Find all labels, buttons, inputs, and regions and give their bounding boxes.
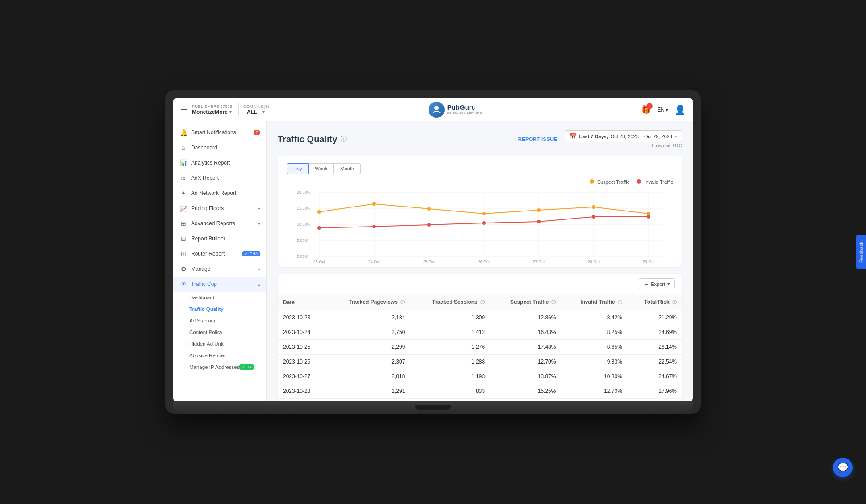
nav-left: ☰ PUBLISHERS (7995) MonetizeMore ▾ DOMAI… xyxy=(180,103,269,116)
cell-invalid: 9.83% xyxy=(561,355,627,369)
cell-sessions: 1,412 xyxy=(410,325,490,340)
chart-legend: Suspect Traffic Invalid Traffic xyxy=(287,179,673,185)
export-icon: ☁ xyxy=(644,281,649,287)
suspect-point-1 xyxy=(372,202,376,206)
report-issue-button[interactable]: REPORT ISSUE xyxy=(518,136,558,142)
domain-label: DOMAINS(6) xyxy=(243,104,269,109)
cell-pageviews: 2,307 xyxy=(326,355,411,369)
sub-adstacking-label: Ad Stacking xyxy=(189,318,216,323)
sidebar-advanced-label: Advanced Reports xyxy=(191,220,254,227)
sidebar-sub-dashboard[interactable]: Dashboard xyxy=(173,292,266,303)
sidebar-item-pricing[interactable]: 📈 Pricing Floors ▾ xyxy=(173,201,266,216)
cell-date: 2023-10-24 xyxy=(278,325,326,340)
invalid-legend: Invalid Traffic xyxy=(637,179,673,185)
cell-date: 2023-10-25 xyxy=(278,340,326,355)
sidebar-sub-trafficquality[interactable]: Traffic Quality xyxy=(173,303,266,315)
svg-text:20.00%: 20.00% xyxy=(297,190,311,194)
date-picker[interactable]: 📅 Last 7 Days, Oct 23, 2023 – Oct 29, 20… xyxy=(565,130,682,142)
laptop-base xyxy=(173,401,693,414)
publisher-selector[interactable]: PUBLISHERS (7995) MonetizeMore ▾ xyxy=(192,104,234,115)
sidebar-sub-abusiverender[interactable]: Abusive Render xyxy=(173,350,266,361)
svg-text:27 Oct: 27 Oct xyxy=(533,260,545,264)
suspect-point-0 xyxy=(317,210,321,214)
table-body: 2023-10-23 2,184 1,309 12.86% 8.42% 21.2… xyxy=(278,310,682,402)
publisher-dropdown-arrow: ▾ xyxy=(229,110,232,114)
logo-text-wrap: PubGuru BY MONETIZEMORE xyxy=(447,104,482,115)
user-icon[interactable]: 👤 xyxy=(674,104,686,115)
sidebar-sub-manageip[interactable]: Manage IP Addresses BETA xyxy=(173,361,266,373)
cell-sessions: 1,193 xyxy=(410,369,490,384)
manageip-badge: BETA xyxy=(239,364,254,370)
sidebar-pricing-label: Pricing Floors xyxy=(191,205,254,211)
publisher-value: MonetizeMore ▾ xyxy=(192,109,234,115)
suspect-point-5 xyxy=(592,205,595,209)
language-selector[interactable]: EN ▾ xyxy=(657,107,668,113)
feedback-tab[interactable]: Feedback xyxy=(857,235,866,269)
sidebar-item-analytics[interactable]: 📊 Analytics Report xyxy=(173,155,266,170)
cell-total: 24.67% xyxy=(628,369,682,384)
sub-dashboard-label: Dashboard xyxy=(189,295,214,300)
sidebar-item-router[interactable]: ⊞ Router Report ALPHA xyxy=(173,246,266,261)
sidebar-item-notifications[interactable]: 🔔 Smart Notifications 7 xyxy=(173,125,266,140)
chart-tab-week[interactable]: Week xyxy=(309,163,334,174)
domain-selector[interactable]: DOMAINS(6) --ALL-- ▾ xyxy=(243,104,269,115)
manage-icon: ⚙ xyxy=(179,265,187,273)
timezone-row: Timezone: UTC xyxy=(565,143,682,148)
col-sessions-info: ⓘ xyxy=(480,300,485,305)
cell-suspect: 17.48% xyxy=(490,340,561,355)
cell-pageviews: 1,339 xyxy=(326,399,411,402)
cell-total: 22.54% xyxy=(628,355,682,369)
sidebar-item-reportbuilder[interactable]: ⊟ Report Builder xyxy=(173,231,266,246)
invalid-point-3 xyxy=(482,221,486,225)
sidebar-sub-adstacking[interactable]: Ad Stacking xyxy=(173,315,266,326)
cell-date: 2023-10-29 xyxy=(278,399,326,402)
cell-date: 2023-10-28 xyxy=(278,384,326,399)
sidebar: 🔔 Smart Notifications 7 ⌂ Dashboard 📊 An… xyxy=(173,121,267,401)
sidebar-item-advanced[interactable]: ⊞ Advanced Reports ▾ xyxy=(173,216,266,231)
sidebar-item-manage[interactable]: ⚙ Manage ▾ xyxy=(173,261,266,277)
sidebar-manage-label: Manage xyxy=(191,266,254,272)
calendar-icon: 📅 xyxy=(570,133,577,140)
chart-tab-month[interactable]: Month xyxy=(334,163,361,174)
advanced-chevron: ▾ xyxy=(258,221,260,226)
suspect-point-4 xyxy=(537,208,541,212)
hamburger-icon[interactable]: ☰ xyxy=(180,105,187,115)
main-layout: 🔔 Smart Notifications 7 ⌂ Dashboard 📊 An… xyxy=(173,121,693,401)
analytics-icon: 📊 xyxy=(179,159,187,166)
logo: PubGuru BY MONETIZEMORE xyxy=(275,102,636,118)
help-icon[interactable]: ⓘ xyxy=(341,135,347,143)
bell-icon: 🔔 xyxy=(179,129,187,136)
chart-tab-day[interactable]: Day xyxy=(287,163,309,174)
cell-invalid: 8.25% xyxy=(561,325,627,340)
table-header: Date Tracked Pageviews ⓘ Tracked Session… xyxy=(278,294,682,310)
sidebar-item-adx[interactable]: ≋ AdX Report xyxy=(173,170,266,186)
export-button[interactable]: ☁ Export ▾ xyxy=(639,278,675,289)
cell-sessions: 1,288 xyxy=(410,355,490,369)
sub-manageip-label: Manage IP Addresses xyxy=(189,364,239,370)
gift-badge: 0 xyxy=(646,103,653,109)
sidebar-sub-hiddenadunit[interactable]: Hidden Ad Unit xyxy=(173,338,266,350)
chat-button[interactable]: 💬 xyxy=(833,458,853,477)
table-toolbar: ☁ Export ▾ xyxy=(278,274,682,294)
cell-total: 26.14% xyxy=(628,340,682,355)
sub-hiddenadunit-label: Hidden Ad Unit xyxy=(189,341,224,347)
sub-abusiverender-label: Abusive Render xyxy=(189,353,226,358)
logo-svg xyxy=(432,105,441,115)
svg-text:29 Oct: 29 Oct xyxy=(643,260,655,264)
cell-total: 24.69% xyxy=(628,325,682,340)
page-header: Traffic Quality ⓘ REPORT ISSUE 📅 Last 7 … xyxy=(278,130,682,148)
sidebar-adx-label: AdX Report xyxy=(191,175,260,181)
pricing-icon: 📈 xyxy=(179,205,187,212)
cell-total: 21.29% xyxy=(628,310,682,325)
header-right: REPORT ISSUE 📅 Last 7 Days, Oct 23, 2023… xyxy=(518,130,682,148)
sidebar-item-trafficcop[interactable]: 👁 Traffic Cop ▴ xyxy=(173,277,266,292)
sidebar-sub-contentpolicy[interactable]: Content Policy xyxy=(173,326,266,338)
gift-icon[interactable]: 🎁 0 xyxy=(641,105,651,115)
cell-invalid: 8.65% xyxy=(561,340,627,355)
sidebar-item-adnetwork[interactable]: ✦ Ad Network Report xyxy=(173,186,266,201)
sidebar-item-dashboard[interactable]: ⌂ Dashboard xyxy=(173,140,266,155)
cell-sessions: 833 xyxy=(410,384,490,399)
date-dropdown-arrow: ▾ xyxy=(675,134,677,139)
logo-main-text: PubGuru xyxy=(447,104,482,111)
chart-area: 20.00% 15.00% 10.00% 5.00% 0.00% xyxy=(287,188,673,260)
